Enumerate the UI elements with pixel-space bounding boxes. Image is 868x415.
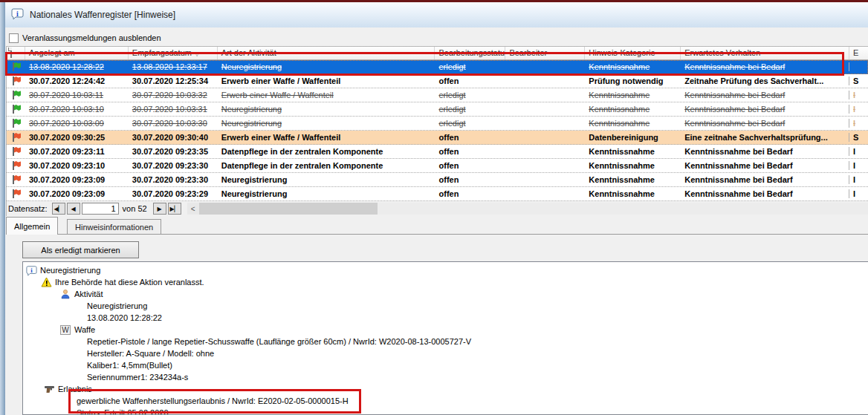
header-cell-bearbeitungsstatus[interactable]: Bearbeitungsstatus xyxy=(435,47,505,59)
header-cell-clipped: E xyxy=(849,47,868,59)
hide-initiation-messages-label: Veranlassungsmeldungen ausblenden xyxy=(22,33,161,42)
sort-descending-icon: ▽ xyxy=(195,50,199,57)
last-record-button[interactable]: ▶▏ xyxy=(168,203,181,215)
header-cell-hinweis-kategorie[interactable]: Hinweis-Kategorie xyxy=(585,47,681,59)
tab-hinweisinformationen[interactable]: Hinweisinformationen xyxy=(67,219,161,235)
row-flag-cell xyxy=(7,118,25,128)
header-cell-angelegt-am[interactable]: Angelegt am xyxy=(25,47,129,59)
table-row[interactable]: 30.07.2020 10:03:09 30.07.2020 10:03:30 … xyxy=(7,117,868,131)
record-navigator: Datensatz: ◀▏ ◀ von 52 ▶ ▶▏ < xyxy=(6,201,868,216)
cell-art-der-aktivitaet: Neuregistrierung xyxy=(218,105,435,114)
tab-allgemein[interactable]: Allgemein xyxy=(6,217,58,235)
cell-empfangsdatum: 30.07.2020 09:30:40 xyxy=(129,133,218,142)
tree-line-text: Aktivität xyxy=(74,290,103,298)
header-cell-empfangsdatum[interactable]: Empfangsdatum▽ xyxy=(129,47,218,59)
first-record-button[interactable]: ◀▏ xyxy=(52,203,65,215)
table-row[interactable]: 30.07.2020 10:03:10 30.07.2020 10:03:31 … xyxy=(7,102,868,117)
cell-clipped-fragment: I xyxy=(849,147,868,156)
table-row[interactable]: 30.07.2020 09:30:25 30.07.2020 09:30:40 … xyxy=(7,131,868,145)
flag-icon xyxy=(10,62,22,72)
cell-clipped-fragment: I xyxy=(849,175,868,184)
cell-empfangsdatum: 30.07.2020 10:03:32 xyxy=(129,91,218,99)
cell-angelegt-am: 30.07.2020 09:30:25 xyxy=(25,133,129,142)
flag-icon xyxy=(10,104,22,114)
row-flag-cell xyxy=(7,189,25,199)
tree-line-text: gewerbliche Waffenherstellungserlaubnis … xyxy=(77,396,349,405)
cell-angelegt-am: 30.07.2020 09:23:10 xyxy=(25,161,129,170)
table-row[interactable]: 30.07.2020 09:23:11 30.07.2020 09:23:35 … xyxy=(7,145,868,159)
cell-clipped-fragment: I xyxy=(849,105,868,114)
cell-art-der-aktivitaet: Datenpflege in der zentralen Komponente xyxy=(218,161,435,170)
cell-art-der-aktivitaet: Neuregistrierung xyxy=(218,175,435,184)
tree-line: Status: Erteilt 05.02.2020 xyxy=(23,407,868,415)
header-cell-icon[interactable] xyxy=(7,47,25,59)
cell-erwartetes-verhalten: Eine zeitnahe Sachverhaltsprüfung... xyxy=(681,133,849,142)
cell-erwartetes-verhalten: Kenntnissnahme bei Bedarf xyxy=(681,119,849,128)
cell-erwartetes-verhalten: Kenntnissnahme bei Bedarf xyxy=(681,62,849,71)
table-row[interactable]: 30.07.2020 12:24:42 30.07.2020 12:25:34 … xyxy=(7,74,868,88)
table-row[interactable]: 30.07.2020 09:23:09 30.07.2020 09:23:29 … xyxy=(7,187,868,201)
tree-line: Seriennummer1: 234234a-s xyxy=(23,371,868,383)
cell-erwartetes-verhalten: Kenntnissnahme bei Bedarf xyxy=(681,105,849,114)
table-row[interactable]: 30.07.2020 09:23:10 30.07.2020 09:23:30 … xyxy=(7,159,868,173)
cell-empfangsdatum: 30.07.2020 10:03:31 xyxy=(129,105,218,114)
cell-angelegt-am: 30.07.2020 10:03:11 xyxy=(25,91,129,99)
table-header-row: Angelegt am Empfangsdatum▽ Art der Aktiv… xyxy=(7,47,868,60)
cell-erwartetes-verhalten: Kenntnissnahme bei Bedarf xyxy=(681,91,849,99)
cell-angelegt-am: 30.07.2020 09:23:09 xyxy=(25,189,129,198)
cell-erwartetes-verhalten: Zeitnahe Prüfung des Sachverhalt... xyxy=(681,76,849,85)
tree-line: Neuregistrierung xyxy=(23,300,868,312)
tree-line-text: Hersteller: A-Square / Modell: ohne xyxy=(87,349,214,358)
mark-as-done-button[interactable]: Als erledigt markieren xyxy=(22,241,139,258)
table-row[interactable]: 13.08.2020 12:28:22 13.08.2020 12:33:17 … xyxy=(7,60,868,74)
tree-line: iNeuregistrierung xyxy=(23,264,868,276)
record-navigator-label: Datensatz: xyxy=(8,204,48,213)
next-record-button[interactable]: ▶ xyxy=(153,203,166,215)
current-record-input[interactable] xyxy=(82,203,119,215)
cell-art-der-aktivitaet: Erwerb einer Waffe / Waffenteil xyxy=(218,133,435,142)
info-bubble-icon: i xyxy=(26,265,40,276)
pistol-icon xyxy=(44,385,58,393)
document-icon xyxy=(10,48,12,58)
cell-bearbeitungsstatus: offen xyxy=(435,147,506,156)
hscroll-thumb[interactable] xyxy=(199,203,378,215)
warning-icon xyxy=(41,277,55,287)
cell-empfangsdatum: 30.07.2020 12:25:34 xyxy=(129,76,218,85)
cell-hinweis-kategorie: Kenntnissnahme xyxy=(585,105,681,114)
tree-line-text: Ihre Behörde hat diese Aktion veranlasst… xyxy=(55,278,204,287)
cell-hinweis-kategorie: Kenntnissnahme xyxy=(585,147,681,156)
tree-line-text: Kaliber1: 4,5mm(Bullet) xyxy=(87,361,172,370)
cell-hinweis-kategorie: Prüfung notwendig xyxy=(585,76,681,85)
cell-clipped-fragment: S xyxy=(849,133,868,142)
hscroll-left-arrow[interactable]: < xyxy=(187,203,199,215)
cell-hinweis-kategorie: Datenbereinigung xyxy=(585,133,681,142)
previous-record-button[interactable]: ◀ xyxy=(67,203,80,215)
cell-hinweis-kategorie: Kenntnissnahme xyxy=(585,91,681,99)
cell-bearbeitungsstatus: offen xyxy=(435,189,506,198)
row-flag-cell xyxy=(7,160,25,171)
detail-tab-strip: Allgemein Hinweisinformationen xyxy=(6,217,868,235)
header-cell-bearbeiter[interactable]: Bearbeiter xyxy=(505,47,585,59)
cell-clipped-fragment: I xyxy=(849,91,868,99)
table-row[interactable]: 30.07.2020 09:23:09 30.07.2020 09:23:30 … xyxy=(7,173,868,187)
hscroll-track[interactable] xyxy=(378,203,868,215)
svg-text:i: i xyxy=(16,9,19,17)
cell-clipped-fragment: S xyxy=(849,76,868,85)
tree-line: Erlaubnis xyxy=(23,383,868,395)
cell-clipped-fragment: I xyxy=(849,161,868,170)
header-cell-erwartetes-verhalten[interactable]: Erwartetes Verhalten xyxy=(681,47,849,59)
row-flag-cell xyxy=(7,90,25,100)
table-row[interactable]: 30.07.2020 10:03:11 30.07.2020 10:03:32 … xyxy=(7,88,868,102)
cell-bearbeitungsstatus: offen xyxy=(435,175,506,184)
row-flag-cell xyxy=(7,174,25,185)
cell-bearbeitungsstatus: erledigt xyxy=(435,62,506,71)
cell-hinweis-kategorie: Kenntnissnahme xyxy=(585,175,681,184)
window-top-border xyxy=(0,0,868,2)
cell-art-der-aktivitaet: Datenpflege in der zentralen Komponente xyxy=(218,147,435,156)
window-title: Nationales Waffenregister [Hinweise] xyxy=(30,10,175,20)
header-cell-art-der-aktivitaet[interactable]: Art der Aktivität xyxy=(218,47,435,59)
tree-line: Aktivität xyxy=(23,288,868,300)
title-bar: i Nationales Waffenregister [Hinweise] xyxy=(5,2,868,27)
hide-initiation-messages-checkbox[interactable] xyxy=(9,33,19,43)
table-body: 13.08.2020 12:28:22 13.08.2020 12:33:17 … xyxy=(7,60,868,201)
